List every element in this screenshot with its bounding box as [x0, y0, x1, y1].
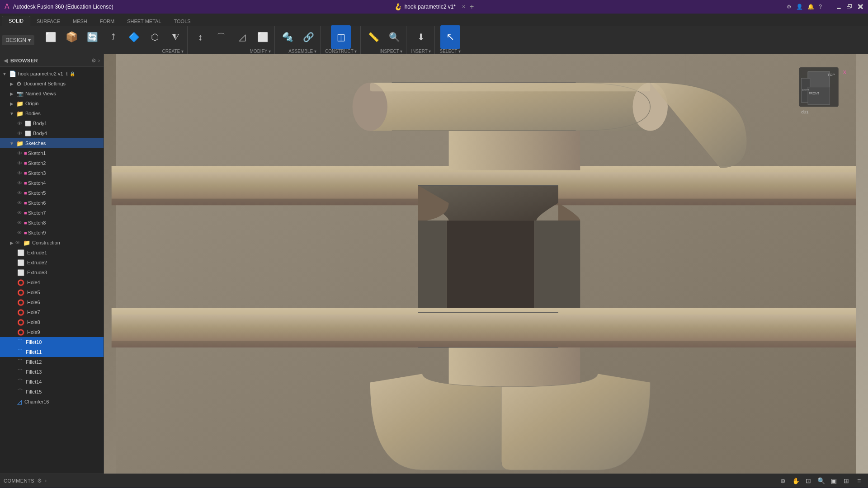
sketches-label: Sketches	[25, 141, 46, 146]
tree-hole9[interactable]: ⭕ Hole9	[0, 327, 104, 337]
tree-sketch5[interactable]: 👁 ■ Sketch5	[0, 188, 104, 198]
tree-document-settings[interactable]: ▶ ⚙ Document Settings	[0, 79, 104, 89]
browser-expand-icon[interactable]: ›	[98, 57, 100, 64]
tree-sketch8[interactable]: 👁 ■ Sketch8	[0, 218, 104, 228]
tree-fillet11[interactable]: ⌒ Fillet11	[0, 347, 104, 357]
zoom-in-btn[interactable]: 🔍	[816, 475, 826, 486]
zoom-fit-btn[interactable]: ⊡	[803, 475, 814, 486]
tree-hole8[interactable]: ⭕ Hole8	[0, 317, 104, 327]
sketch1-eye[interactable]: 👁	[17, 150, 22, 156]
tree-fillet15[interactable]: ⌒ Fillet15	[0, 387, 104, 397]
revolve-btn[interactable]: 🔄	[82, 25, 102, 49]
tree-sketches[interactable]: ▼ 📁 Sketches	[0, 138, 104, 148]
tree-chamfer16[interactable]: ◿ Chamfer16	[0, 397, 104, 407]
root-info-icon[interactable]: ℹ	[66, 71, 68, 76]
tree-root[interactable]: ▼ 📄 hook parametric2 v1 ℹ 🔒	[0, 69, 104, 79]
sketch6-eye[interactable]: 👁	[17, 200, 22, 206]
create-more-btn[interactable]: ⬡	[145, 25, 165, 49]
display-mode-btn[interactable]: ▣	[828, 475, 839, 486]
joint-btn[interactable]: 🔩	[278, 25, 297, 49]
tab-form[interactable]: FORM	[94, 17, 121, 26]
mirror-btn[interactable]: ⧨	[165, 25, 185, 49]
tree-sketch1[interactable]: 👁 ■ Sketch1	[0, 148, 104, 158]
sketch7-eye[interactable]: 👁	[17, 210, 22, 216]
tree-hole4[interactable]: ⭕ Hole4	[0, 277, 104, 287]
tree-extrude1[interactable]: ⬜ Extrude1	[0, 248, 104, 258]
tree-body1[interactable]: 👁 ⬜ Body1	[0, 118, 104, 128]
tree-sketch2[interactable]: 👁 ■ Sketch2	[0, 158, 104, 168]
notification-icon[interactable]: 🔔	[807, 4, 814, 10]
design-dropdown[interactable]: DESIGN ▾	[2, 35, 34, 45]
close-btn[interactable]: 🗙	[857, 3, 863, 10]
tree-fillet10[interactable]: ⌒ Fillet10	[0, 337, 104, 347]
new-tab-btn[interactable]: +	[470, 3, 474, 11]
sketch5-eye[interactable]: 👁	[17, 190, 22, 196]
tab-tools[interactable]: TOOLS	[168, 17, 197, 26]
comments-expand-icon[interactable]: ›	[45, 478, 47, 484]
tree-sketch3[interactable]: 👁 ■ Sketch3	[0, 168, 104, 178]
new-component-btn[interactable]: ⬜	[41, 25, 61, 49]
viewport[interactable]: X d01 TOP LEFT FRONT	[104, 54, 868, 474]
tree-bodies[interactable]: ▼ 📁 Bodies	[0, 108, 104, 118]
pan-btn[interactable]: ✋	[790, 475, 801, 486]
sketch4-eye[interactable]: 👁	[17, 180, 22, 186]
tree-fillet14[interactable]: ⌒ Fillet14	[0, 377, 104, 387]
restore-btn[interactable]: 🗗	[846, 3, 853, 10]
tree-sketch7[interactable]: 👁 ■ Sketch7	[0, 208, 104, 218]
tree-hole5[interactable]: ⭕ Hole5	[0, 287, 104, 297]
browser-collapse-btn[interactable]: ◀	[4, 57, 8, 64]
tab-close-btn[interactable]: ×	[462, 4, 465, 10]
tree-body4[interactable]: 👁 ⬜ Body4	[0, 128, 104, 138]
orbit-btn[interactable]: ⊕	[778, 475, 788, 486]
construction-eye[interactable]: 👁	[15, 240, 20, 245]
chamfer-btn[interactable]: ◿	[232, 25, 252, 49]
sketch8-eye[interactable]: 👁	[17, 220, 22, 225]
sweep-btn[interactable]: ⤴	[103, 25, 123, 49]
tree-sketch6[interactable]: 👁 ■ Sketch6	[0, 198, 104, 208]
tree-sketch9[interactable]: 👁 ■ Sketch9	[0, 228, 104, 238]
tree-fillet13[interactable]: ⌒ Fillet13	[0, 367, 104, 377]
hole8-icon: ⭕	[17, 319, 24, 326]
extrude-btn[interactable]: 📦	[61, 25, 81, 49]
sketch2-eye[interactable]: 👁	[17, 160, 22, 166]
measure-btn[interactable]: 📏	[363, 25, 383, 49]
tree-hole7[interactable]: ⭕ Hole7	[0, 307, 104, 317]
asbuilt-btn[interactable]: 🔗	[298, 25, 318, 49]
grid-btn[interactable]: ⊞	[841, 475, 852, 486]
tree-hole6[interactable]: ⭕ Hole6	[0, 297, 104, 307]
comments-settings-icon[interactable]: ⚙	[37, 478, 42, 484]
tree-sketch4[interactable]: 👁 ■ Sketch4	[0, 178, 104, 188]
tree-extrude3[interactable]: ⬜ Extrude3	[0, 267, 104, 277]
construct-plane-btn[interactable]: ◫	[331, 25, 351, 49]
tree-extrude2[interactable]: ⬜ Extrude2	[0, 258, 104, 267]
tab-surface[interactable]: SURFACE	[30, 17, 66, 26]
select-btn[interactable]: ↖	[440, 25, 460, 49]
sketch9-eye[interactable]: 👁	[17, 230, 22, 235]
tab-sheet-metal[interactable]: SHEET METAL	[121, 17, 167, 26]
loft-btn[interactable]: 🔷	[124, 25, 144, 49]
select-section: ↖ SELECT ▾	[436, 26, 464, 54]
user-icon[interactable]: 👤	[796, 4, 803, 10]
minimize-btn[interactable]: 🗕	[835, 3, 842, 10]
browser-settings-icon[interactable]: ⚙	[91, 57, 96, 64]
tree-construction[interactable]: ▶ 👁 📁 Construction	[0, 238, 104, 248]
doc-settings-icon: ⚙	[16, 80, 22, 87]
help-icon[interactable]: ?	[819, 4, 822, 10]
tab-mesh[interactable]: MESH	[66, 17, 94, 26]
body1-eye[interactable]: 👁	[17, 121, 22, 126]
fillet-btn[interactable]: ⌒	[211, 25, 231, 49]
inspect-icon: 🔍	[389, 32, 400, 42]
tree-fillet12[interactable]: ⌒ Fillet12	[0, 357, 104, 367]
more-views-btn[interactable]: ≡	[854, 475, 864, 486]
design-label: DESIGN	[5, 37, 26, 43]
inspect-btn[interactable]: 🔍	[384, 25, 404, 49]
body4-eye[interactable]: 👁	[17, 131, 22, 136]
press-pull-btn[interactable]: ↕	[190, 25, 210, 49]
tree-named-views[interactable]: ▶ 📷 Named Views	[0, 89, 104, 99]
settings-icon[interactable]: ⚙	[787, 4, 792, 10]
shell-btn[interactable]: ⬜	[253, 25, 273, 49]
insert-btn[interactable]: ⬇	[411, 25, 431, 49]
tree-origin[interactable]: ▶ 📁 Origin	[0, 99, 104, 108]
tab-solid[interactable]: SOLID	[2, 16, 30, 26]
sketch3-eye[interactable]: 👁	[17, 170, 22, 176]
